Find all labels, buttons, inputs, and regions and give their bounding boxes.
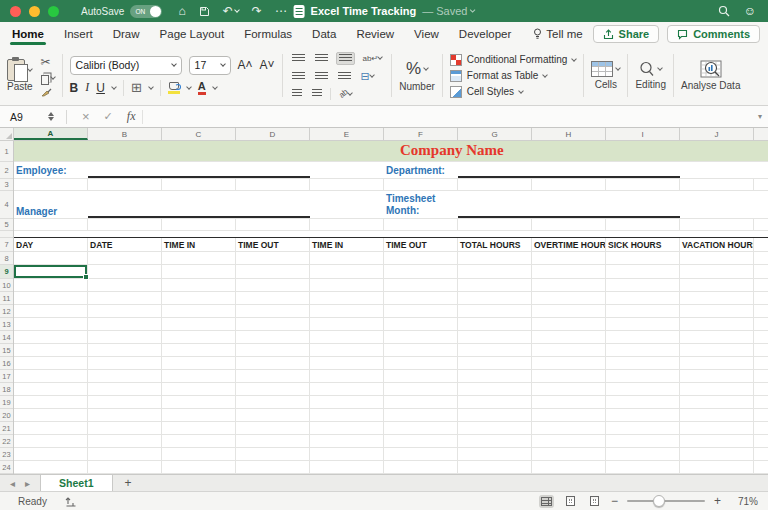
cell[interactable] — [310, 435, 384, 447]
cut-button[interactable]: ✂ — [41, 55, 55, 69]
ribbon-tab[interactable]: Draw — [111, 24, 142, 44]
table-header-cell[interactable]: DAY — [14, 238, 88, 251]
table-header-cell[interactable]: DATE — [88, 238, 162, 251]
cell[interactable] — [162, 409, 236, 421]
cell[interactable] — [384, 396, 458, 408]
cell[interactable] — [88, 461, 162, 473]
cell[interactable] — [458, 279, 532, 291]
paste-button[interactable]: Paste — [7, 59, 33, 92]
department-input-cell[interactable] — [458, 162, 680, 178]
comments-button[interactable]: Comments — [667, 25, 760, 43]
cell[interactable] — [532, 265, 606, 278]
cell[interactable] — [14, 344, 88, 356]
cell[interactable] — [14, 331, 88, 343]
manager-label-cell[interactable]: Manager — [14, 191, 88, 218]
search-icon[interactable] — [718, 5, 730, 17]
cell[interactable] — [384, 219, 458, 230]
zoom-in-button[interactable]: + — [714, 494, 721, 508]
row-header[interactable]: 4 — [0, 191, 13, 219]
table-header-cell[interactable]: SICK HOURS — [606, 238, 680, 251]
cell[interactable] — [310, 318, 384, 330]
cell[interactable] — [754, 448, 768, 460]
decrease-font-button[interactable]: A˅ — [260, 58, 275, 72]
select-all-corner[interactable] — [0, 128, 14, 140]
cell[interactable] — [754, 409, 768, 421]
column-header[interactable]: H — [532, 128, 606, 140]
cell[interactable] — [14, 357, 88, 369]
cell[interactable] — [162, 435, 236, 447]
column-header[interactable]: D — [236, 128, 310, 140]
cell[interactable] — [310, 292, 384, 304]
row-header[interactable]: 16 — [0, 357, 13, 370]
cell[interactable] — [532, 357, 606, 369]
sheet-tab-sheet1[interactable]: Sheet1 — [40, 475, 112, 491]
ribbon-tab[interactable]: Review — [354, 24, 396, 44]
cell[interactable] — [14, 435, 88, 447]
column-header[interactable]: E — [310, 128, 384, 140]
cell[interactable] — [754, 344, 768, 356]
cell[interactable] — [532, 448, 606, 460]
cell[interactable] — [532, 331, 606, 343]
cell[interactable] — [162, 383, 236, 395]
cell[interactable] — [606, 219, 680, 230]
department-label-cell[interactable]: Department: — [384, 162, 458, 178]
cell[interactable] — [162, 305, 236, 317]
cell[interactable] — [162, 279, 236, 291]
cell[interactable] — [162, 344, 236, 356]
format-as-table-button[interactable]: Format as Table — [450, 70, 577, 82]
row-header[interactable]: 24 — [0, 461, 13, 474]
cell[interactable] — [310, 383, 384, 395]
cell[interactable] — [532, 461, 606, 473]
cell[interactable] — [754, 396, 768, 408]
zoom-slider[interactable] — [627, 500, 705, 502]
cell[interactable] — [88, 370, 162, 382]
row-header[interactable] — [0, 231, 13, 238]
cell[interactable] — [310, 191, 384, 218]
cell[interactable] — [458, 435, 532, 447]
cell[interactable] — [162, 422, 236, 434]
cell[interactable] — [236, 219, 310, 230]
align-right-button[interactable] — [336, 71, 353, 82]
autosave-toggle[interactable]: ON — [130, 5, 162, 18]
company-banner-row[interactable]: Company Name — [14, 141, 768, 162]
cell[interactable] — [532, 396, 606, 408]
cell[interactable] — [606, 448, 680, 460]
cell[interactable] — [606, 318, 680, 330]
cell[interactable] — [14, 383, 88, 395]
cell[interactable] — [606, 357, 680, 369]
cell[interactable] — [754, 265, 768, 278]
cell[interactable] — [14, 318, 88, 330]
row-header[interactable]: 8 — [0, 252, 13, 265]
cell[interactable] — [310, 461, 384, 473]
normal-view-button[interactable] — [539, 495, 554, 508]
row-header[interactable]: 22 — [0, 435, 13, 448]
cell[interactable] — [606, 179, 680, 190]
cell[interactable] — [14, 370, 88, 382]
cell[interactable] — [680, 191, 754, 218]
cell[interactable] — [162, 357, 236, 369]
cell[interactable] — [458, 305, 532, 317]
selected-cell-a9[interactable] — [14, 265, 88, 278]
cell[interactable] — [532, 370, 606, 382]
cell[interactable] — [680, 219, 754, 230]
cell[interactable] — [754, 357, 768, 369]
cell[interactable] — [532, 422, 606, 434]
cell[interactable] — [162, 461, 236, 473]
cell[interactable] — [162, 219, 236, 230]
cell[interactable] — [310, 179, 384, 190]
cell[interactable] — [384, 370, 458, 382]
underline-button[interactable]: U — [96, 81, 105, 95]
cell[interactable] — [310, 252, 384, 264]
redo-button[interactable]: ↷ — [252, 4, 262, 18]
cell[interactable] — [14, 179, 88, 190]
cell[interactable] — [14, 292, 88, 304]
cell[interactable] — [458, 461, 532, 473]
row-header[interactable]: 23 — [0, 448, 13, 461]
increase-indent-button[interactable] — [310, 88, 324, 99]
cell[interactable] — [310, 279, 384, 291]
cell[interactable] — [88, 331, 162, 343]
cell[interactable] — [532, 179, 606, 190]
cell[interactable] — [162, 396, 236, 408]
cell[interactable] — [606, 435, 680, 447]
cell[interactable] — [606, 279, 680, 291]
